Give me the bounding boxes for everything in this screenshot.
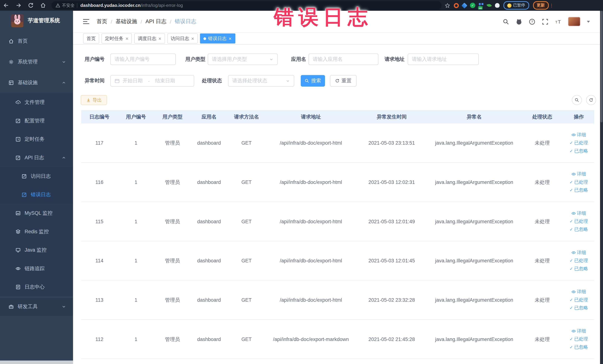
cell-time: 2021-05-02 21:45:28	[356, 320, 427, 359]
cell-log-id: 116	[81, 163, 118, 202]
hamburger-icon[interactable]	[83, 19, 90, 25]
browser-back-icon[interactable]	[3, 2, 9, 8]
tab-home[interactable]: 首页	[83, 34, 99, 44]
cell-method: GET	[227, 281, 266, 319]
detail-link[interactable]: 详细	[571, 328, 586, 334]
detail-link[interactable]: 详细	[571, 171, 586, 177]
sidebar: 芋道管理系统 首页 系统管理 基础设施 文件管理 配置	[0, 11, 73, 364]
profile-paused-badge[interactable]: 已暂停	[503, 1, 529, 10]
breadcrumb-infra[interactable]: 基础设施	[116, 18, 137, 25]
extension-orange-icon[interactable]	[454, 3, 459, 8]
browser-forward-icon[interactable]	[15, 2, 22, 8]
user-no-input[interactable]: 请输入用户编号	[110, 53, 176, 65]
url-path[interactable]: /infra/log/api-error-log	[140, 3, 183, 8]
cell-log-id: 112	[81, 320, 118, 359]
sidebar-item-java-monitor[interactable]: Java 监控	[0, 241, 73, 259]
cell-method: GET	[227, 202, 266, 241]
detail-link[interactable]: 详细	[571, 249, 586, 256]
sidebar-logo-row[interactable]: 芋道管理系统	[0, 11, 73, 31]
refresh-icon	[589, 98, 593, 102]
search-icon[interactable]	[503, 18, 509, 25]
app-name-input[interactable]: 请输入应用名	[308, 53, 379, 65]
cell-status: 未处理	[521, 241, 563, 280]
breadcrumb-api-log[interactable]: API 日志	[146, 18, 166, 25]
mark-processed-link[interactable]: ✓已处理	[569, 336, 588, 342]
sidebar-scrollbar[interactable]	[0, 361, 73, 364]
tab-cron-job[interactable]: 定时任务✕	[102, 34, 132, 44]
mark-ignored-link[interactable]: ✓已忽略	[569, 226, 588, 233]
extension-blue-shield-icon[interactable]	[461, 2, 467, 8]
mark-ignored-link[interactable]: ✓已忽略	[569, 148, 588, 154]
tab-error-log[interactable]: 错误日志✕	[200, 34, 235, 44]
java-monitor-icon	[15, 247, 21, 253]
reset-button[interactable]: 重置	[330, 75, 357, 87]
sidebar-item-cron-job[interactable]: 定时任务	[0, 130, 73, 149]
page-scrollbar[interactable]	[600, 11, 603, 364]
status-select[interactable]: 请选择处理状态	[228, 75, 294, 87]
extension-puzzle-icon[interactable]	[495, 3, 499, 8]
sidebar-item-infra[interactable]: 基础设施	[0, 72, 73, 93]
filter-label-user-no: 用户编号	[78, 53, 104, 65]
avatar-caret-icon[interactable]	[587, 21, 590, 23]
extension-leaf-icon[interactable]	[487, 3, 492, 8]
extension-grid-icon[interactable]: on	[479, 3, 483, 8]
bookmark-star-icon[interactable]	[444, 2, 450, 8]
tab-schedule-log[interactable]: 调度日志✕	[134, 34, 165, 44]
mark-processed-link[interactable]: ✓已处理	[569, 297, 588, 303]
mark-ignored-link[interactable]: ✓已忽略	[569, 266, 588, 272]
refresh-table-button[interactable]	[586, 95, 596, 105]
browser-update-button[interactable]: 更新	[533, 1, 548, 10]
sidebar-item-log-center[interactable]: 日志中心	[0, 278, 73, 296]
sidebar-item-file-manage[interactable]: 文件管理	[0, 93, 73, 112]
sidebar-item-error-log[interactable]: 错误日志	[0, 186, 73, 204]
address-bar[interactable]: 不安全 dashboard.yudao.iocoder.cn /infra/lo…	[52, 1, 441, 10]
mark-processed-link[interactable]: ✓已处理	[569, 179, 588, 186]
mark-ignored-link[interactable]: ✓已忽略	[569, 187, 588, 193]
browser-reload-icon[interactable]	[28, 2, 34, 8]
mark-ignored-link[interactable]: ✓已忽略	[569, 344, 588, 351]
font-size-icon[interactable]: TT	[555, 18, 561, 25]
sidebar-item-config-manage[interactable]: 配置管理	[0, 112, 73, 130]
sidebar-item-system[interactable]: 系统管理	[0, 52, 73, 72]
mark-processed-link[interactable]: ✓已处理	[569, 140, 588, 146]
search-button[interactable]: 搜索	[301, 75, 325, 87]
tab-access-log[interactable]: 访问日志✕	[167, 34, 198, 44]
close-icon[interactable]: ✕	[191, 36, 194, 41]
sidebar-item-tracing[interactable]: 链路追踪	[0, 259, 73, 278]
mark-ignored-link[interactable]: ✓已忽略	[569, 305, 588, 311]
user-type-select[interactable]: 请选择用户类型	[208, 53, 278, 65]
req-url-input[interactable]: 请输入请求地址	[408, 53, 479, 65]
scrollbar-thumb[interactable]	[600, 11, 603, 122]
browser-home-icon[interactable]	[40, 2, 46, 8]
github-icon[interactable]	[516, 18, 522, 25]
detail-link[interactable]: 详细	[571, 132, 586, 138]
browser-menu-icon[interactable]: ⋮	[549, 3, 554, 8]
sidebar-item-access-log[interactable]: 访问日志	[0, 167, 73, 186]
detail-link[interactable]: 详细	[571, 289, 586, 295]
extensions-area: ✓ on	[444, 2, 499, 8]
sidebar-item-dev-tools[interactable]: 研发工具	[0, 297, 73, 316]
detail-link[interactable]: 详细	[571, 210, 586, 217]
sidebar-item-home[interactable]: 首页	[0, 31, 73, 52]
export-button[interactable]: 导出	[81, 95, 107, 105]
help-icon[interactable]: ?	[529, 18, 535, 25]
close-icon[interactable]: ✕	[229, 36, 232, 41]
cell-url: /api/infra/db-doc/export-markdown	[266, 320, 356, 359]
app-window: 芋道管理系统 首页 系统管理 基础设施 文件管理 配置	[0, 11, 603, 364]
mark-processed-link[interactable]: ✓已处理	[569, 218, 588, 225]
url-domain[interactable]: dashboard.yudao.iocoder.cn	[81, 3, 141, 8]
mark-processed-link[interactable]: ✓已处理	[569, 257, 588, 264]
user-avatar[interactable]	[568, 17, 580, 26]
sidebar-item-api-log[interactable]: API 日志	[0, 149, 73, 167]
security-label[interactable]: 不安全	[62, 2, 74, 8]
close-icon[interactable]: ✕	[158, 36, 162, 41]
exc-time-range-picker[interactable]: 开始日期 - 结束日期	[110, 75, 194, 87]
toggle-search-button[interactable]	[572, 95, 582, 105]
breadcrumb-home[interactable]: 首页	[97, 18, 107, 25]
sidebar-item-mysql-monitor[interactable]: MySQL 监控	[0, 204, 73, 223]
cell-method: GET	[227, 241, 266, 280]
extension-green-check-icon[interactable]: ✓	[470, 3, 475, 8]
fullscreen-icon[interactable]	[542, 18, 548, 25]
sidebar-item-redis-monitor[interactable]: Redis 监控	[0, 222, 73, 241]
close-icon[interactable]: ✕	[125, 36, 128, 41]
